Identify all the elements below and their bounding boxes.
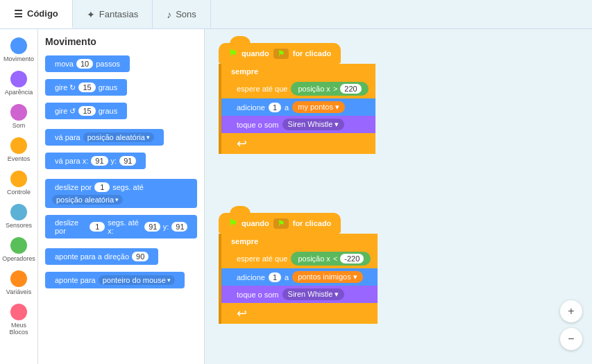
blocks-panel-title: Movimento <box>45 36 197 47</box>
controle-dot <box>10 171 27 187</box>
sidebar-item-variaveis-label: Variáveis <box>6 288 31 295</box>
sidebar-item-som[interactable]: Som <box>0 101 37 132</box>
canvas-area: ⚑ quando ⚑ for clicado sempre espere até… <box>205 29 592 364</box>
loop-block-2[interactable]: sempre <box>219 234 378 249</box>
tab-fantasias[interactable]: ✦ Fantasias <box>73 0 153 28</box>
block-turn-ccw[interactable]: gire ↺ 15 graus <box>45 103 127 119</box>
sound-block-1[interactable]: toque o som Siren Whistle ▾ <box>219 116 375 133</box>
sidebar-item-controle[interactable]: Controle <box>0 168 37 198</box>
tabs-bar: ☰ Código ✦ Fantasias ♪ Sons <box>0 0 592 29</box>
variaveis-dot <box>10 270 27 287</box>
tab-codigo[interactable]: ☰ Código <box>0 0 73 28</box>
block-move[interactable]: mova 10 passos <box>45 55 130 72</box>
add-block-1[interactable]: adicione 1 a my pontos ▾ <box>219 98 375 116</box>
zoom-in-button[interactable]: + <box>560 300 582 322</box>
fantasias-icon: ✦ <box>87 9 95 20</box>
sidebar-item-som-label: Som <box>12 122 26 129</box>
sidebar-item-sensores-label: Sensores <box>6 222 32 229</box>
loop-bottom-1: ↩ <box>219 133 375 154</box>
blocks-panel: Movimento mova 10 passos gire ↻ 15 graus… <box>38 29 205 364</box>
tab-codigo-label: Código <box>27 8 58 19</box>
add-block-2[interactable]: adicione 1 a pontos inimigos ▾ <box>219 268 378 286</box>
sound-block-2[interactable]: toque o som Siren Whistle ▾ <box>219 286 378 303</box>
sidebar-item-aparencia-label: Aparência <box>5 89 33 96</box>
meus-blocos-dot <box>10 304 27 320</box>
sidebar-item-movimento[interactable]: Movimento <box>0 35 37 65</box>
condition-block-1[interactable]: posição x > 220 <box>291 82 368 96</box>
operadores-dot <box>10 237 27 254</box>
sidebar-item-movimento-label: Movimento <box>3 55 34 62</box>
eventos-dot <box>10 137 27 154</box>
sensores-dot <box>10 204 27 220</box>
block-glide1[interactable]: deslize por 1 segs. até posição aleatóri… <box>45 179 197 208</box>
wait-block-1[interactable]: espere até que posição x > 220 <box>219 79 375 98</box>
block-pointto[interactable]: aponte para ponteiro do mouse <box>45 272 185 288</box>
main-layout: Movimento Aparência Som Eventos Controle… <box>0 29 592 364</box>
loop-bottom-2: ↩ <box>219 303 378 324</box>
sidebar: Movimento Aparência Som Eventos Controle… <box>0 29 38 364</box>
block-glide2[interactable]: deslize por 1 segs. até x: 91 y: 91 <box>45 215 197 239</box>
block-turn-cw[interactable]: gire ↻ 15 graus <box>45 79 127 96</box>
sons-icon: ♪ <box>167 9 171 20</box>
sidebar-item-eventos[interactable]: Eventos <box>0 135 37 165</box>
zoom-out-button[interactable]: − <box>560 328 582 350</box>
som-dot <box>10 104 27 121</box>
aparencia-dot <box>10 71 27 87</box>
tab-fantasias-label: Fantasias <box>99 9 138 19</box>
block-direction[interactable]: aponte para a direção 90 <box>45 248 158 265</box>
block-gotoxy[interactable]: vá para x: 91 y: 91 <box>45 153 146 169</box>
sidebar-item-operadores[interactable]: Operadores <box>0 234 37 265</box>
hat-block-1[interactable]: ⚑ quando ⚑ for clicado <box>219 43 341 64</box>
loop-block-1[interactable]: sempre <box>219 64 375 79</box>
tab-sons[interactable]: ♪ Sons <box>153 0 211 28</box>
tab-sons-label: Sons <box>176 9 196 19</box>
codigo-icon: ☰ <box>14 8 23 19</box>
sidebar-item-variaveis[interactable]: Variáveis <box>0 268 37 298</box>
sidebar-item-meus-blocos-label: Meus Blocos <box>1 322 36 336</box>
movimento-dot <box>10 37 27 54</box>
sidebar-item-aparencia[interactable]: Aparência <box>0 68 37 98</box>
script-group-1: ⚑ quando ⚑ for clicado sempre espere até… <box>219 43 375 154</box>
sidebar-item-operadores-label: Operadores <box>2 255 35 262</box>
block-goto[interactable]: vá para posição aleatória <box>45 129 164 146</box>
sidebar-item-meus-blocos[interactable]: Meus Blocos <box>0 301 37 338</box>
condition-block-2[interactable]: posição x < -220 <box>291 252 371 266</box>
sidebar-item-sensores[interactable]: Sensores <box>0 201 37 232</box>
sidebar-item-controle-label: Controle <box>7 189 31 196</box>
script-group-2: ⚑ quando ⚑ for clicado sempre espere até… <box>219 213 378 324</box>
sidebar-item-eventos-label: Eventos <box>8 155 31 162</box>
hat-block-2[interactable]: ⚑ quando ⚑ for clicado <box>219 213 341 234</box>
wait-block-2[interactable]: espere até que posição x < -220 <box>219 249 378 268</box>
